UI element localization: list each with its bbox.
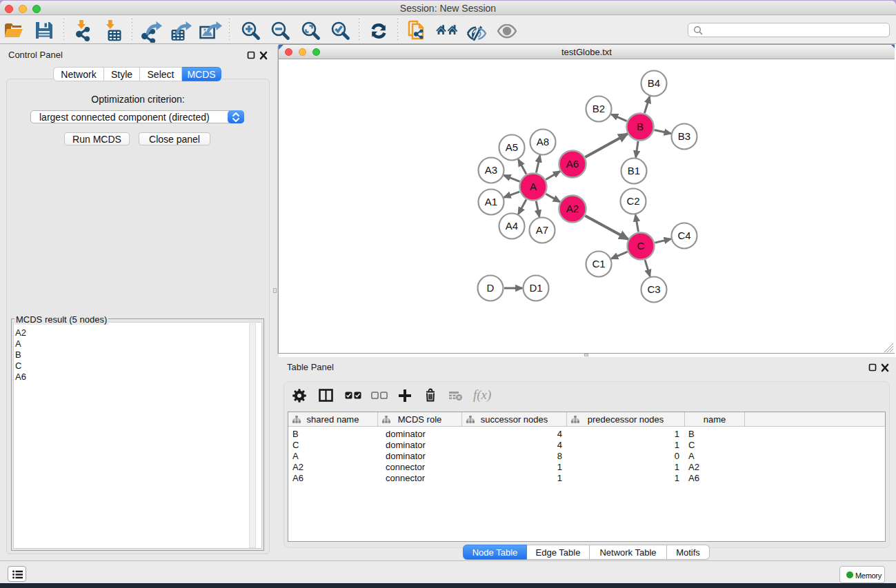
svg-text:B4: B4 bbox=[648, 77, 660, 89]
svg-text:D1: D1 bbox=[529, 282, 542, 294]
svg-text:D: D bbox=[487, 282, 495, 294]
svg-text:A5: A5 bbox=[506, 141, 518, 153]
svg-text:C3: C3 bbox=[647, 283, 660, 295]
svg-text:A: A bbox=[530, 181, 537, 192]
svg-text:A8: A8 bbox=[537, 136, 549, 148]
svg-text:A4: A4 bbox=[506, 220, 518, 232]
svg-text:C: C bbox=[637, 240, 645, 252]
svg-text:B2: B2 bbox=[593, 103, 605, 114]
svg-text:A3: A3 bbox=[485, 164, 497, 176]
svg-text:A2: A2 bbox=[566, 203, 579, 214]
svg-text:A6: A6 bbox=[566, 158, 579, 170]
svg-text:C2: C2 bbox=[626, 195, 639, 207]
svg-text:B: B bbox=[637, 121, 644, 132]
svg-text:B3: B3 bbox=[678, 130, 690, 142]
svg-text:B1: B1 bbox=[628, 165, 640, 176]
svg-text:C4: C4 bbox=[677, 230, 690, 241]
svg-text:A1: A1 bbox=[485, 196, 497, 207]
svg-text:C1: C1 bbox=[592, 258, 605, 270]
svg-text:A7: A7 bbox=[536, 224, 548, 236]
